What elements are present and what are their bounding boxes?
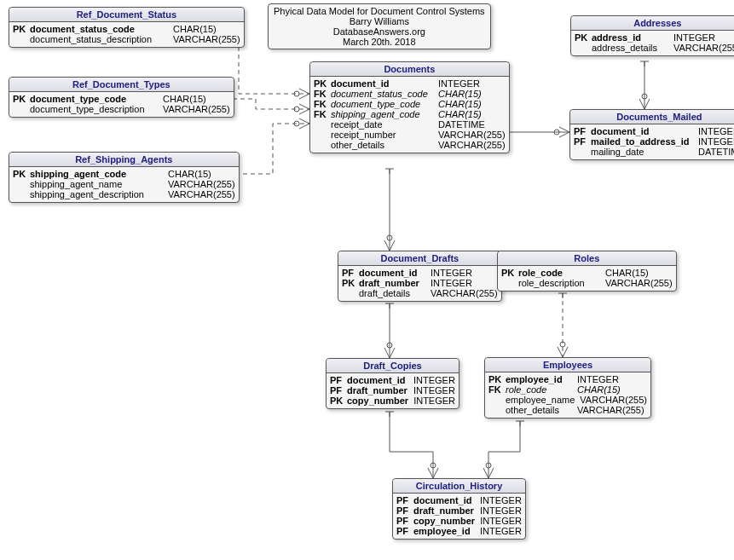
column-type: INTEGER — [431, 278, 472, 288]
column-type: INTEGER — [480, 495, 522, 505]
entity-document-drafts: Document_DraftsPFdocument_idINTEGERPKdra… — [338, 251, 502, 302]
column-key: PF — [396, 516, 413, 526]
column-name: document_status_code — [30, 24, 168, 34]
entity-column-row: document_type_descriptionVARCHAR(255) — [13, 104, 230, 114]
entity-column-row: mailing_dateDATETIME — [574, 147, 734, 157]
entity-column-row: draft_detailsVARCHAR(255) — [342, 288, 498, 298]
entity-column-row: other_detailsVARCHAR(255) — [488, 405, 647, 415]
column-key: PK — [13, 24, 30, 34]
column-key: PK — [13, 169, 30, 179]
entity-title: Draft_Copies — [327, 359, 459, 373]
column-name: draft_details — [359, 288, 425, 298]
entity-column-row: FKdocument_type_codeCHAR(15) — [314, 99, 506, 109]
entity-column-row: PKshipping_agent_codeCHAR(15) — [13, 169, 235, 179]
entity-body: PKdocument_status_codeCHAR(15)document_s… — [9, 22, 244, 47]
column-key — [342, 288, 359, 298]
svg-point-8 — [431, 463, 436, 468]
column-name: employee_id — [413, 526, 475, 536]
column-key: PF — [574, 136, 591, 147]
entity-title: Circulation_History — [393, 479, 525, 494]
column-type: CHAR(15) — [173, 24, 217, 34]
column-name: document_id — [331, 78, 433, 89]
entity-documents: DocumentsPKdocument_idINTEGERFKdocument_… — [309, 61, 510, 153]
entity-title: Ref_Document_Status — [9, 8, 244, 22]
column-name: employee_name — [506, 395, 575, 405]
title-line2: Barry Williams — [274, 16, 485, 26]
column-name: role_code — [506, 384, 572, 395]
entity-employees: EmployeesPKemployee_idINTEGERFKrole_code… — [484, 357, 651, 419]
column-key: FK — [314, 89, 331, 99]
entity-column-row: PFemployee_idINTEGER — [396, 526, 522, 536]
column-key: PK — [13, 94, 30, 104]
entity-column-row: FKdocument_status_codeCHAR(15) — [314, 89, 506, 99]
entity-roles: RolesPKrole_codeCHAR(15)role_description… — [497, 251, 677, 292]
column-name: document_status_code — [331, 89, 433, 99]
column-name: copy_number — [413, 516, 475, 526]
column-name: document_type_description — [30, 104, 158, 114]
entity-title: Roles — [498, 251, 676, 266]
entity-ref-shipping-agents: Ref_Shipping_AgentsPKshipping_agent_code… — [9, 152, 240, 203]
column-type: CHAR(15) — [438, 99, 482, 109]
column-key — [314, 119, 331, 130]
entity-body: PKdocument_idINTEGERFKdocument_status_co… — [310, 77, 509, 153]
entity-column-row: address_detailsVARCHAR(255) — [575, 43, 734, 53]
column-key: PF — [330, 375, 347, 385]
column-key — [501, 278, 518, 288]
column-key: FK — [314, 109, 331, 119]
column-type: CHAR(15) — [438, 109, 482, 119]
entity-column-row: PFdocument_idINTEGER — [574, 126, 734, 136]
column-name: document_type_code — [331, 99, 433, 109]
column-type: VARCHAR(255) — [163, 104, 230, 114]
column-name: other_details — [331, 140, 433, 150]
entity-ref-document-types: Ref_Document_TypesPKdocument_type_codeCH… — [9, 77, 234, 118]
column-type: INTEGER — [431, 268, 472, 278]
column-key — [314, 130, 331, 140]
entity-column-row: document_status_descriptionVARCHAR(255) — [13, 34, 240, 44]
column-key — [13, 189, 30, 199]
column-key — [575, 43, 592, 53]
column-type: DATETIME — [698, 147, 734, 157]
column-type: INTEGER — [413, 385, 455, 395]
column-name: document_id — [591, 126, 693, 136]
entity-title: Documents — [310, 62, 509, 77]
entity-column-row: PKdocument_idINTEGER — [314, 78, 506, 89]
column-key: PF — [396, 505, 413, 516]
entity-column-row: employee_nameVARCHAR(255) — [488, 395, 647, 405]
column-type: VARCHAR(255) — [438, 140, 506, 150]
column-key: FK — [314, 99, 331, 109]
column-type: VARCHAR(255) — [168, 179, 235, 189]
entity-column-row: shipping_agent_nameVARCHAR(255) — [13, 179, 235, 189]
column-key: FK — [488, 384, 506, 395]
entity-column-row: other_detailsVARCHAR(255) — [314, 140, 506, 150]
column-name: mailed_to_address_id — [591, 136, 693, 147]
entity-title: Document_Drafts — [338, 251, 501, 266]
svg-point-1 — [294, 107, 299, 112]
column-name: shipping_agent_code — [331, 109, 433, 119]
entity-body: PKemployee_idINTEGERFKrole_codeCHAR(15)e… — [485, 372, 650, 418]
column-name: draft_number — [347, 385, 408, 395]
column-key: PF — [574, 126, 591, 136]
svg-point-5 — [387, 235, 392, 240]
svg-point-6 — [387, 343, 392, 348]
svg-point-3 — [554, 130, 559, 135]
entity-column-row: PKaddress_idINTEGER — [575, 32, 734, 43]
svg-point-4 — [642, 94, 647, 99]
entity-column-row: PKcopy_numberINTEGER — [330, 395, 455, 406]
column-key — [13, 179, 30, 189]
column-type: INTEGER — [438, 78, 480, 89]
column-name: shipping_agent_name — [30, 179, 163, 189]
column-type: INTEGER — [698, 126, 734, 136]
entity-title: Addresses — [571, 16, 734, 31]
column-key — [488, 405, 506, 415]
entity-column-row: shipping_agent_descriptionVARCHAR(255) — [13, 189, 235, 199]
entity-body: PKrole_codeCHAR(15)role_descriptionVARCH… — [498, 266, 676, 291]
column-key: PF — [342, 268, 359, 278]
column-key — [13, 104, 30, 114]
column-key — [574, 147, 591, 157]
entity-column-row: PFdocument_idINTEGER — [330, 375, 455, 385]
column-name: role_code — [518, 268, 600, 278]
entity-title: Documents_Mailed — [570, 110, 734, 124]
entity-column-row: PKdocument_status_codeCHAR(15) — [13, 24, 240, 34]
entity-column-row: FKshipping_agent_codeCHAR(15) — [314, 109, 506, 119]
entity-column-row: PFdraft_numberINTEGER — [330, 385, 455, 395]
